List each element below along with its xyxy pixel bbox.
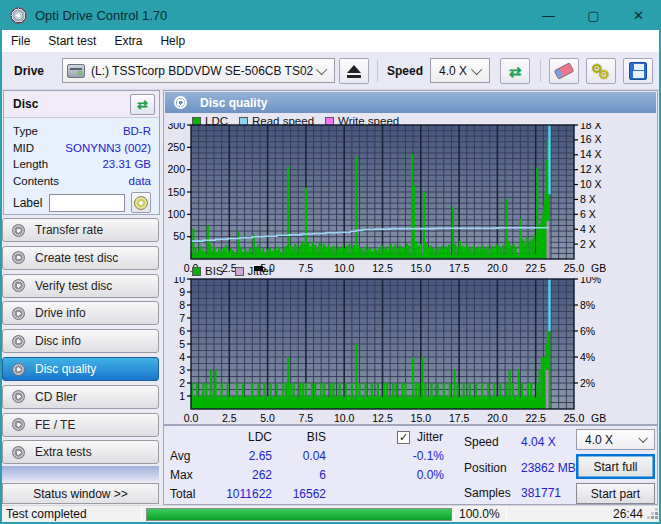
disc-info-rows: TypeBD-RMIDSONYNN3 (002)Length23.31 GBCo… — [4, 118, 159, 189]
svg-text:17.5: 17.5 — [449, 262, 470, 274]
svg-text:100: 100 — [167, 208, 185, 220]
menu-item-help[interactable]: Help — [151, 30, 194, 52]
svg-text:250: 250 — [167, 141, 185, 153]
save-button[interactable] — [623, 58, 653, 84]
minimize-button[interactable]: — — [526, 0, 571, 30]
svg-text:25.0: 25.0 — [564, 262, 585, 274]
svg-text:8%: 8% — [580, 299, 595, 311]
sidebar-item-label: FE / TE — [35, 418, 75, 432]
start-full-button[interactable]: Start full — [576, 454, 655, 479]
start-part-button[interactable]: Start part — [576, 483, 655, 504]
settings-button[interactable]: ⚙⚙ — [586, 58, 616, 84]
menu-item-extra[interactable]: Extra — [105, 30, 151, 52]
drive-select[interactable]: (L:) TSSTcorp BDDVDW SE-506CB TS02 — [62, 58, 335, 83]
stat-jitter-avg: -0.1% — [364, 449, 444, 463]
test-speed-value: 4.0 X — [585, 433, 613, 447]
svg-text:20.0: 20.0 — [487, 412, 508, 424]
speed-select[interactable]: 4.0 X — [430, 58, 490, 83]
elapsed-time: 26:44 — [593, 507, 643, 521]
chevron-down-icon — [316, 63, 327, 74]
svg-text:150: 150 — [167, 186, 185, 198]
eject-button[interactable] — [339, 58, 369, 84]
refresh-disc-button[interactable]: ⇄ — [130, 94, 155, 115]
svg-text:6 X: 6 X — [580, 208, 596, 220]
drive-icon — [67, 64, 85, 78]
info-row-type: TypeBD-R — [13, 123, 151, 140]
progress-bar — [146, 508, 452, 521]
svg-text:7.5: 7.5 — [299, 412, 314, 424]
info-value: 23.31 GB — [102, 158, 151, 170]
disc-icon — [12, 251, 25, 264]
stat-bis-total: 16562 — [282, 487, 326, 501]
label-field-label: Label — [13, 196, 42, 210]
test-speed-select[interactable]: 4.0 X — [576, 429, 655, 450]
speed-stat-value: 4.04 X — [521, 435, 556, 449]
svg-text:10.0: 10.0 — [334, 262, 355, 274]
sidebar-item-verify-test-disc[interactable]: Verify test disc — [2, 274, 159, 298]
erase-disc-button[interactable] — [549, 58, 579, 84]
info-value: BD-R — [123, 125, 151, 137]
sidebar-item-disc-info[interactable]: Disc info — [2, 329, 159, 353]
menu-item-file[interactable]: File — [2, 30, 39, 52]
sidebar-item-label: Drive info — [35, 306, 86, 320]
sidebar-item-extra-tests[interactable]: Extra tests — [2, 440, 159, 464]
info-value: data — [129, 175, 151, 187]
app-disc-icon — [10, 7, 27, 24]
menu-item-start-test[interactable]: Start test — [39, 30, 105, 52]
statusbar: Test completed 100.0% 26:44 — [0, 505, 661, 522]
maximize-button[interactable]: ▢ — [571, 0, 616, 30]
progress-fill — [147, 509, 451, 520]
svg-text:3: 3 — [179, 364, 185, 376]
sidebar-item-fe-te[interactable]: FE / TE — [2, 413, 159, 437]
sidebar-item-transfer-rate[interactable]: Transfer rate — [2, 218, 159, 242]
speed-stat-label: Speed — [464, 435, 499, 449]
disc-icon — [12, 335, 25, 348]
status-text: Test completed — [6, 507, 87, 521]
info-label: Length — [13, 158, 48, 170]
content-header-title: Disc quality — [200, 96, 267, 110]
svg-text:10%: 10% — [580, 277, 601, 285]
titlebar: Opti Drive Control 1.70 — ▢ ✕ — [0, 0, 661, 30]
chevron-down-icon — [471, 63, 482, 74]
sidebar-item-label: CD Bler — [35, 390, 77, 404]
sidebar-item-drive-info[interactable]: Drive info — [2, 301, 159, 325]
samples-stat-value: 381771 — [521, 486, 561, 500]
svg-text:5.0: 5.0 — [260, 412, 275, 424]
info-row-length: Length23.31 GB — [13, 156, 151, 173]
ldc-column-header: LDC — [184, 430, 272, 444]
status-window-button[interactable]: Status window >> — [2, 483, 159, 504]
disc-icon — [12, 418, 25, 431]
sidebar-item-cd-bler[interactable]: CD Bler — [2, 385, 159, 409]
statusbar-divider — [454, 508, 455, 521]
sidebar-item-disc-quality[interactable]: Disc quality — [2, 357, 159, 381]
jitter-checkbox-label: Jitter — [417, 430, 443, 444]
svg-text:6: 6 — [179, 325, 185, 337]
disc-icon — [12, 363, 25, 376]
svg-text:16 X: 16 X — [580, 133, 602, 145]
position-stat-value: 23862 MB — [521, 461, 576, 475]
close-button[interactable]: ✕ — [616, 0, 661, 30]
jitter-checkbox[interactable] — [397, 431, 410, 444]
stat-bis-max: 6 — [282, 468, 326, 482]
speed-label: Speed — [387, 64, 423, 78]
bis-jitter-chart: 1098765432110%8%6%4%2%0.02.55.07.510.012… — [164, 277, 659, 425]
svg-text:20.0: 20.0 — [487, 262, 508, 274]
drive-label: Drive — [14, 64, 44, 78]
write-label-button[interactable] — [131, 192, 151, 213]
svg-text:12 X: 12 X — [580, 163, 602, 175]
disc-quality-view: Disc quality LDC Read speed Write speed … — [163, 90, 658, 425]
sidebar-item-label: Extra tests — [35, 445, 92, 459]
stat-bis-avg: 0.04 — [282, 449, 326, 463]
disc-icon — [12, 446, 25, 459]
label-input[interactable] — [49, 194, 125, 212]
svg-text:15.0: 15.0 — [411, 412, 432, 424]
svg-text:7.5: 7.5 — [299, 262, 314, 274]
window-title: Opti Drive Control 1.70 — [35, 8, 167, 23]
bis-swatch — [192, 267, 201, 276]
refresh-speed-button[interactable]: ⇄ — [500, 58, 530, 84]
save-icon — [629, 62, 647, 80]
chart2-legend: BIS Jitter — [192, 265, 279, 277]
resize-grip[interactable] — [655, 516, 658, 519]
sidebar-item-create-test-disc[interactable]: Create test disc — [2, 246, 159, 270]
svg-text:7: 7 — [179, 312, 185, 324]
